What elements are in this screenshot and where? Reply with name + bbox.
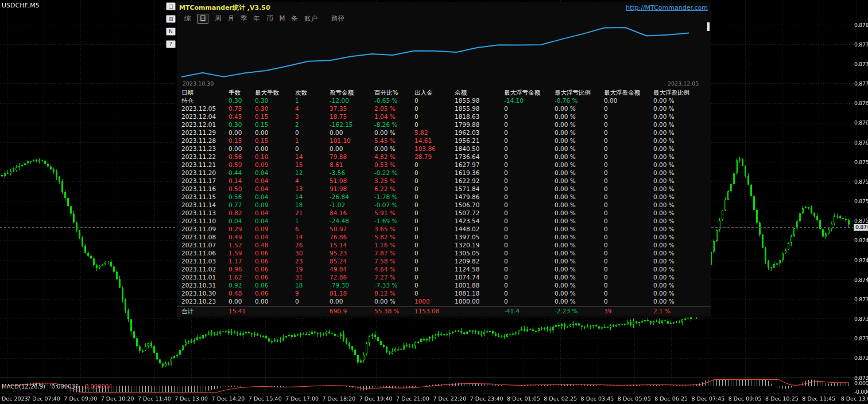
menu-item-7[interactable]: M (280, 14, 285, 23)
table-cell: 19 (295, 265, 330, 273)
menu-item-4[interactable]: 季 (241, 14, 247, 23)
panel-titlebar[interactable]: MTCommander统计 ,V3.50 http://MTCommander.… (177, 2, 711, 13)
price-axis[interactable]: 0.87800.87770.87740.87710.87680.87650.87… (854, 0, 868, 378)
table-row[interactable]: 2023.10.230.000.0000.000.00 %10001000.00… (177, 297, 711, 305)
table-row[interactable]: 2023.11.230.000.0000.000.00 %103.861840.… (177, 145, 711, 153)
table-cell: 91.98 (330, 185, 374, 193)
current-price-tag: 0.8749 (854, 224, 868, 231)
table-cell: 1507.72 (455, 209, 504, 217)
panel-menu-bar: 综日周月季年币M备账户路径 (177, 13, 711, 24)
panel-website-link[interactable]: http://MTCommander.com (626, 4, 708, 11)
menu-item-8[interactable]: 备 (291, 14, 298, 23)
table-row[interactable]: 2023.11.140.770.0918-1.02-0.07 %01506.70… (177, 201, 711, 209)
note-button[interactable]: N (166, 28, 176, 36)
table-cell: 1.17 (228, 257, 255, 265)
table-cell: -1.69 % (374, 217, 414, 225)
table-cell: 0.00 % (555, 129, 604, 137)
table-cell: 2 (295, 121, 330, 129)
menu-item-path[interactable]: 路径 (331, 14, 344, 23)
table-row[interactable]: 2023.11.080.490.041476.865.82 %01397.050… (177, 233, 711, 241)
table-cell: 3.25 % (374, 177, 414, 185)
table-row[interactable]: 2023.11.160.500.041391.986.22 %01571.840… (177, 185, 711, 193)
table-cell: 0 (504, 233, 555, 241)
table-row[interactable]: 2023.11.130.820.042184.165.91 %01507.720… (177, 209, 711, 217)
table-row[interactable]: 2023.10.300.480.06981.188.12 %01081.1800… (177, 289, 711, 297)
menu-item-2[interactable]: 周 (215, 14, 222, 23)
help-button[interactable]: ? (166, 40, 176, 48)
table-cell: 14 (295, 153, 330, 161)
table-cell: 0.06 (255, 265, 295, 273)
table-cell: 13 (295, 185, 330, 193)
macd-name: MACD(12,26,9) (2, 383, 45, 390)
price-axis-label: 0.8780 (854, 22, 868, 28)
time-axis-label: 8 Dec 11:45 (802, 395, 835, 402)
table-cell: 0 (414, 289, 455, 297)
table-row[interactable]: 2023.11.090.290.09650.973.65 %01448.0200… (177, 225, 711, 233)
table-cell: 3.65 % (374, 225, 414, 233)
time-axis[interactable]: Dec 20237 Dec 07:407 Dec 09:007 Dec 10:2… (0, 395, 868, 404)
table-cell: 0.09 (255, 225, 295, 233)
table-row[interactable]: 2023.11.071.520.482615.141.16 %01320.190… (177, 241, 711, 249)
macd-axis[interactable]: 0.00004-0.00004 (854, 378, 868, 394)
menu-item-1[interactable]: 日 (197, 14, 209, 24)
table-row[interactable]: 2023.11.200.440.0412-3.56-0.22 %01619.36… (177, 169, 711, 177)
table-row[interactable]: 2023.11.011.620.063172.867.27 %01074.740… (177, 273, 711, 281)
table-cell: 0.00 (228, 129, 255, 137)
table-cell: -26.84 (330, 193, 374, 201)
table-row[interactable]: 2023.11.061.590.063095.237.87 %01305.050… (177, 249, 711, 257)
table-row[interactable]: 2023.11.210.590.09158.610.53 %01627.9700… (177, 161, 711, 169)
table-cell: 2023.11.03 (181, 257, 228, 265)
menu-item-3[interactable]: 月 (228, 14, 235, 23)
table-cell: 0 (604, 177, 653, 185)
table-cell: 0.09 (255, 161, 295, 169)
table-cell: 0 (604, 129, 653, 137)
table-row[interactable]: 2023.11.150.560.0414-26.84-1.78 %01479.8… (177, 193, 711, 201)
table-row[interactable]: 2023.12.010.300.152-162.15-8.26 %01799.8… (177, 121, 711, 129)
time-axis-label: 7 Dec 09:00 (64, 395, 97, 402)
table-cell: 12 (295, 169, 330, 177)
table-cell: 2.1 % (653, 307, 698, 315)
table-cell: 1 (295, 217, 330, 225)
table-cell: 1.04 % (374, 112, 414, 121)
table-row[interactable]: 2023.11.280.150.151101.105.45 %14.611956… (177, 137, 711, 145)
table-row[interactable]: 2023.11.031.170.062385.247.58 %01209.820… (177, 257, 711, 265)
table-cell: 1818.63 (455, 112, 504, 121)
chart-button[interactable]: ▤ (166, 15, 176, 23)
table-cell: -24.48 (330, 217, 374, 225)
table-row[interactable]: 2023.12.050.750.30437.352.05 %01855.9800… (177, 104, 711, 112)
table-cell: 0.50 (228, 185, 255, 193)
menu-item-9[interactable]: 账户 (304, 14, 317, 23)
table-cell: 0 (504, 217, 555, 225)
window-button[interactable]: □ (166, 2, 176, 10)
table-cell: 1.62 (228, 273, 255, 281)
table-cell: 85.24 (330, 257, 374, 265)
table-cell: 0.15 (255, 112, 295, 121)
table-row[interactable]: 2023.11.020.960.061949.844.64 %01124.580… (177, 265, 711, 273)
table-row[interactable]: 2023.11.220.560.101479.884.82 %28.791736… (177, 153, 711, 161)
table-cell: 690.9 (330, 307, 374, 315)
macd-axis-label: 0.00004 (854, 380, 868, 386)
menu-item-0[interactable]: 综 (184, 14, 191, 23)
menu-item-6[interactable]: 币 (266, 14, 273, 23)
menu-item-5[interactable]: 年 (254, 14, 261, 23)
table-cell: 0 (604, 225, 653, 233)
table-row[interactable]: 2023.11.290.000.0000.000.00 %5.821962.03… (177, 129, 711, 137)
table-cell: 2023.11.01 (181, 273, 228, 281)
table-cell: 1.59 (228, 249, 255, 257)
panel-scrollbar[interactable] (707, 22, 710, 31)
price-axis-label: 0.8732 (854, 335, 868, 341)
price-axis-label: 0.8756 (854, 178, 868, 185)
price-axis-label: 0.8777 (854, 41, 868, 48)
table-row[interactable]: 2023.12.040.450.15318.751.04 %01818.6300… (177, 112, 711, 121)
table-row[interactable]: 2023.11.100.040.041-24.48-1.69 %01423.54… (177, 217, 711, 225)
table-cell: 0 (604, 193, 653, 201)
table-cell: 0.06 (255, 289, 295, 297)
table-row[interactable]: 持仓0.300.301-12.00-0.65 %01855.98-14.10-0… (177, 96, 711, 104)
table-cell: 0 (295, 129, 330, 137)
table-row[interactable]: 2023.10.310.920.0618-79.30-7.33 %01001.8… (177, 281, 711, 289)
table-cell: 0.04 (228, 217, 255, 225)
table-row[interactable]: 2023.11.170.140.04451.083.25 %01622.9200… (177, 177, 711, 185)
table-cell: -1.02 (330, 201, 374, 209)
table-cell: 0.00 (228, 145, 255, 153)
table-cell: 最大浮盈金额 (604, 88, 653, 96)
